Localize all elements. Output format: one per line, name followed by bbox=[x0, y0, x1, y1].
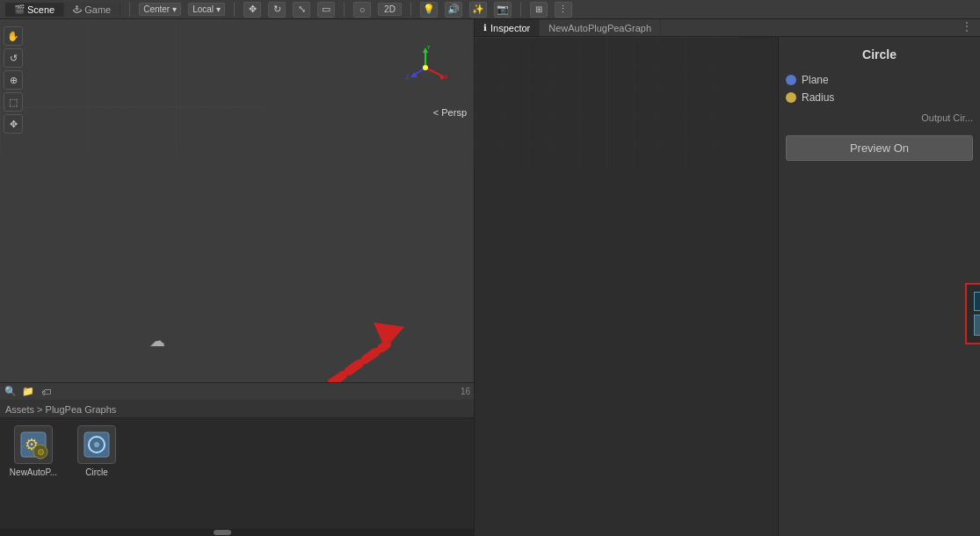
local-label: Local bbox=[192, 4, 214, 14]
search-icon[interactable]: 🔍 bbox=[4, 385, 18, 399]
rotate-tool-btn[interactable]: ↻ bbox=[268, 2, 286, 18]
viewport-grid bbox=[0, 19, 264, 151]
assets-scrollbar[interactable] bbox=[0, 529, 474, 536]
tab-game[interactable]: 🕹 Game bbox=[64, 3, 120, 17]
fx-btn[interactable]: ✨ bbox=[469, 2, 487, 18]
game-icon: 🕹 bbox=[73, 4, 82, 14]
divider-4 bbox=[410, 3, 411, 17]
plane-dot bbox=[786, 75, 796, 85]
input-dialog: Submit bbox=[965, 283, 980, 344]
output-label: Output Cir... bbox=[786, 112, 973, 123]
local-chevron: ▾ bbox=[216, 4, 221, 14]
radius-label: Radius bbox=[802, 91, 834, 104]
svg-text:X: X bbox=[444, 73, 447, 81]
tab-newautoplug[interactable]: NewAutoPlugPeaGraph bbox=[540, 19, 661, 36]
right-panel: ℹ Inspector NewAutoPlugPeaGraph ⋮ bbox=[475, 19, 980, 536]
graph-grid-svg bbox=[475, 37, 738, 169]
graph-area[interactable]: Submit Circle Plane Radius Output Cir...… bbox=[475, 37, 980, 536]
game-tab-label: Game bbox=[84, 4, 111, 15]
divider-1 bbox=[129, 3, 130, 17]
svg-point-18 bbox=[423, 65, 428, 70]
scale-tool-btn[interactable]: ⤡ bbox=[293, 2, 310, 18]
svg-rect-2 bbox=[0, 19, 264, 151]
persp-label: < Persp bbox=[433, 107, 467, 118]
tab-menu-icon[interactable]: ⋮ bbox=[954, 19, 980, 36]
transform-tool[interactable]: ✥ bbox=[4, 114, 23, 134]
viewport-gizmo: Y X Z bbox=[403, 46, 447, 90]
submit-button[interactable]: Submit bbox=[974, 315, 980, 336]
arrow-pointer bbox=[264, 283, 439, 382]
divider-2 bbox=[234, 3, 235, 17]
inspector-side-panel: Circle Plane Radius Output Cir... Previe… bbox=[778, 37, 980, 536]
newautoplug-tab-label: NewAutoPlugPeaGraph bbox=[548, 23, 651, 33]
tag-icon[interactable]: 🏷 bbox=[39, 385, 53, 399]
circle-tool-btn[interactable]: ○ bbox=[353, 2, 371, 18]
asset-item-newautop[interactable]: ⚙ ⚙ NewAutoP... bbox=[7, 425, 60, 522]
local-dropdown[interactable]: Local ▾ bbox=[188, 3, 225, 16]
svg-text:Z: Z bbox=[405, 73, 410, 81]
rect-select-tool[interactable]: ⬚ bbox=[4, 92, 23, 112]
scene-cloud-object: ☁ bbox=[149, 331, 165, 351]
left-panel: ✋ ↺ ⊕ ⬚ ✥ Y X Z bbox=[0, 19, 475, 536]
tab-scene[interactable]: 🎬 Scene bbox=[5, 3, 64, 17]
scroll-num: 16 bbox=[461, 387, 470, 396]
more-btn[interactable]: ⋮ bbox=[555, 2, 572, 18]
inspector-tab-label: Inspector bbox=[490, 23, 530, 33]
main-layout: ✋ ↺ ⊕ ⬚ ✥ Y X Z bbox=[0, 19, 980, 536]
zoom-tool[interactable]: ⊕ bbox=[4, 70, 23, 90]
inspector-prop-plane: Plane bbox=[786, 74, 973, 86]
value-input[interactable] bbox=[974, 292, 980, 311]
move-tool-btn[interactable]: ✥ bbox=[243, 2, 261, 18]
center-label: Center bbox=[143, 4, 170, 14]
divider-3 bbox=[344, 3, 345, 17]
asset-label-newautop: NewAutoP... bbox=[10, 467, 57, 477]
svg-line-22 bbox=[299, 344, 387, 382]
svg-rect-33 bbox=[475, 37, 738, 169]
gizmo-svg: Y X Z bbox=[403, 46, 447, 90]
grid-btn[interactable]: ⊞ bbox=[530, 2, 548, 18]
rotate3d-tool[interactable]: ↺ bbox=[4, 48, 23, 68]
inspector-tab-icon: ℹ bbox=[483, 23, 487, 33]
inspector-title: Circle bbox=[786, 47, 973, 62]
asset-icon-newautop: ⚙ ⚙ bbox=[14, 425, 53, 464]
folder-icon[interactable]: 📁 bbox=[21, 385, 35, 399]
svg-marker-23 bbox=[374, 322, 404, 349]
viewport[interactable]: ✋ ↺ ⊕ ⬚ ✥ Y X Z bbox=[0, 19, 474, 382]
light-btn[interactable]: 💡 bbox=[420, 2, 438, 18]
assets-scrollbar-thumb[interactable] bbox=[214, 530, 231, 535]
rect-tool-btn[interactable]: ▭ bbox=[317, 2, 335, 18]
bottom-strip: 🔍 📁 🏷 16 bbox=[0, 382, 474, 400]
divider-5 bbox=[520, 3, 521, 17]
tab-inspector[interactable]: ℹ Inspector bbox=[475, 19, 540, 36]
top-toolbar: 🎬 Scene 🕹 Game Center ▾ Local ▾ ✥ ↻ ⤡ ▭ … bbox=[0, 0, 980, 19]
radius-dot bbox=[786, 92, 796, 103]
center-dropdown[interactable]: Center ▾ bbox=[139, 3, 181, 16]
preview-on-button[interactable]: Preview On bbox=[786, 135, 973, 161]
svg-point-30 bbox=[94, 442, 99, 447]
2d-btn[interactable]: 2D bbox=[378, 3, 402, 16]
right-panel-tabs: ℹ Inspector NewAutoPlugPeaGraph ⋮ bbox=[475, 19, 980, 37]
plane-label: Plane bbox=[802, 74, 829, 86]
assets-breadcrumb: Assets > PlugPea Graphs bbox=[5, 404, 116, 415]
asset-item-circle[interactable]: Circle bbox=[70, 425, 123, 522]
svg-text:Y: Y bbox=[426, 46, 432, 51]
assets-content: ⚙ ⚙ NewAutoP... bbox=[0, 418, 474, 529]
svg-text:⚙: ⚙ bbox=[37, 447, 45, 457]
audio-btn[interactable]: 🔊 bbox=[445, 2, 462, 18]
viewport-tools: ✋ ↺ ⊕ ⬚ ✥ bbox=[4, 26, 23, 134]
asset-icon-circle bbox=[77, 425, 116, 464]
scene-game-tabs: 🎬 Scene 🕹 Game bbox=[5, 3, 120, 17]
scene-tab-label: Scene bbox=[27, 4, 54, 15]
hand-tool[interactable]: ✋ bbox=[4, 26, 23, 46]
camera-btn[interactable]: 📷 bbox=[494, 2, 512, 18]
inspector-prop-radius: Radius bbox=[786, 91, 973, 104]
center-chevron: ▾ bbox=[172, 4, 177, 14]
assets-header: Assets > PlugPea Graphs bbox=[0, 401, 474, 418]
scene-icon: 🎬 bbox=[14, 4, 25, 14]
assets-panel: Assets > PlugPea Graphs ⚙ ⚙ NewAutoP... bbox=[0, 400, 474, 536]
asset-label-circle: Circle bbox=[85, 467, 108, 477]
